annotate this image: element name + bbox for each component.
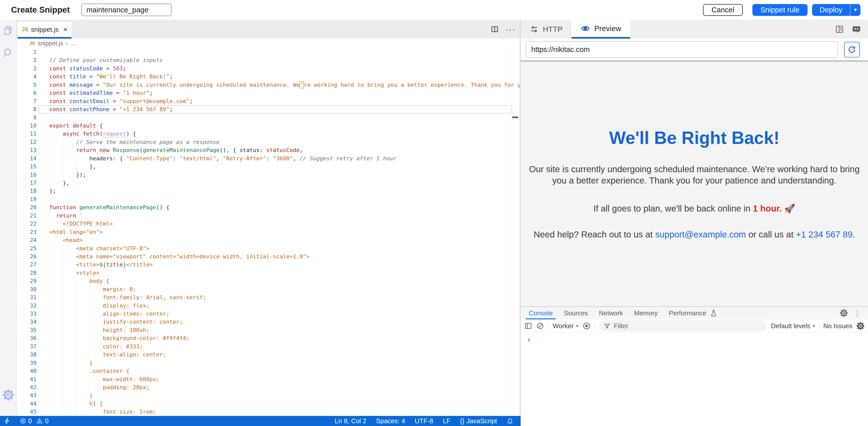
eol-setting[interactable]: LF	[443, 417, 451, 425]
code-line[interactable]: 8const contactPhone = "+1 234 567 89";	[17, 105, 520, 113]
console-filter-input[interactable]: Filter	[599, 320, 767, 332]
deploy-dropdown-button[interactable]: ▾	[850, 4, 861, 16]
devtools-menu-kebab-icon[interactable]: ⋮	[854, 309, 861, 317]
line-content: const message = "Our site is currently u…	[50, 81, 520, 89]
code-line[interactable]: 15 },	[17, 163, 520, 171]
code-line[interactable]: 4const title = "We'll Be Right Back!";	[17, 73, 520, 81]
search-icon[interactable]	[2, 47, 14, 59]
close-tab-icon[interactable]: ×	[63, 26, 68, 33]
code-line[interactable]: 19	[17, 195, 520, 203]
tab-preview[interactable]: Preview	[571, 20, 630, 38]
clear-console-icon[interactable]	[536, 322, 544, 330]
snippet-rule-button[interactable]: Snippet rule	[752, 4, 808, 16]
devtools-tab-performance[interactable]: Performance	[663, 307, 712, 319]
code-line[interactable]: 26 <meta name="viewport" content="width=…	[17, 253, 520, 261]
devtools-settings-gear-icon[interactable]	[840, 309, 848, 317]
code-line[interactable]: 44 h1 {	[17, 400, 520, 408]
code-line[interactable]: 34 justify-content: center;	[17, 318, 520, 326]
maintenance-page: We'll Be Right Back! Our site is current…	[527, 128, 862, 240]
code-line[interactable]: 45 font-size: 2rem;	[17, 408, 520, 416]
log-levels-selector[interactable]: Default levels ▾	[771, 322, 815, 330]
code-line[interactable]: 7const contactEmail = "support@example.c…	[17, 97, 520, 105]
docs-book-icon[interactable]	[835, 24, 844, 34]
code-line[interactable]: 33 align-items: center;	[17, 310, 520, 318]
code-line[interactable]: 2// Define your customizable inputs	[17, 56, 520, 64]
code-content[interactable]: 12// Define your customizable inputs3con…	[17, 48, 520, 416]
code-token: ,	[93, 163, 96, 170]
code-line[interactable]: 22 <!DOCTYPE html>	[17, 220, 520, 228]
code-line[interactable]: 12 // Serve the maintenance page as a re…	[17, 138, 520, 146]
snippet-name-input[interactable]	[81, 3, 172, 16]
discord-chat-icon[interactable]	[851, 24, 862, 34]
code-line[interactable]: 3const statusCode = 503;	[17, 64, 520, 73]
code-line[interactable]: 18};	[17, 187, 520, 195]
code-line[interactable]: 6const estimatedTime = "1 hour";	[17, 89, 520, 97]
code-line[interactable]: 23<html lang="en">	[17, 228, 520, 236]
code-line[interactable]: 25 <meta charset="UTF-8">	[17, 245, 520, 253]
code-line[interactable]: 31 font-family: Arial, sans-serif;	[17, 293, 520, 302]
indentation-setting[interactable]: Spaces: 4	[376, 417, 405, 425]
code-line[interactable]: 38 text-align: center;	[17, 351, 520, 359]
cursor-position[interactable]: Ln 8, Col 2	[335, 417, 367, 425]
tab-snippet-js[interactable]: JS snippet.js ×	[18, 22, 71, 38]
split-editor-icon[interactable]	[490, 25, 499, 33]
phone-link[interactable]: +1 234 567 89	[796, 229, 852, 239]
tab-http[interactable]: HTTP	[521, 20, 571, 38]
remote-indicator-icon[interactable]	[3, 417, 11, 425]
problems-indicator[interactable]: 0 0	[20, 417, 49, 425]
code-line[interactable]: 20function generateMaintenancePage() {	[17, 203, 520, 211]
code-line[interactable]: 5const message = "Our site is currently …	[17, 81, 520, 89]
refresh-button[interactable]	[844, 42, 860, 57]
code-line[interactable]: 17 },	[17, 179, 520, 187]
editor-scrollbar-mark[interactable]	[512, 116, 518, 118]
console-sidebar-toggle-icon[interactable]	[524, 322, 532, 330]
url-input[interactable]	[526, 41, 838, 58]
code-line[interactable]: 11 async fetch(request) {	[17, 130, 520, 138]
more-actions-icon[interactable]: ···	[505, 24, 516, 34]
code-line[interactable]: 27 <title>${title}</title>	[17, 261, 520, 269]
code-line[interactable]: 35 height: 100vh;	[17, 326, 520, 334]
breadcrumb-file[interactable]: snippet.js	[37, 40, 63, 47]
code-line[interactable]: 39 }	[17, 359, 520, 367]
settings-gear-icon[interactable]	[2, 389, 14, 401]
encoding-setting[interactable]: UTF-8	[414, 417, 433, 425]
devtools-tab-memory[interactable]: Memory	[628, 307, 663, 319]
language-mode[interactable]: {}JavaScript	[460, 417, 497, 425]
breadcrumb-symbol[interactable]: …	[70, 40, 76, 47]
files-icon[interactable]	[2, 25, 14, 36]
code-line[interactable]: 37 color: #333;	[17, 343, 520, 351]
code-line[interactable]: 24 <head>	[17, 236, 520, 244]
code-line[interactable]: 28 <style>	[17, 269, 520, 277]
code-line[interactable]: 30 margin: 0;	[17, 285, 520, 293]
devtools-tab-console[interactable]: Console	[523, 307, 558, 319]
line-content: };	[50, 187, 520, 195]
code-line[interactable]: 1	[17, 48, 520, 56]
context-selector[interactable]: Worker ▾	[553, 322, 578, 330]
code-token: ;	[123, 65, 126, 72]
live-expression-eye-icon[interactable]	[582, 322, 591, 330]
cancel-button[interactable]: Cancel	[703, 4, 743, 16]
console-settings-gear-icon[interactable]	[857, 322, 865, 330]
notifications-bell-icon[interactable]	[506, 418, 514, 425]
code-line[interactable]: 36 background-color: #f4f4f4;	[17, 334, 520, 342]
code-line[interactable]: 43 }	[17, 392, 520, 400]
code-line[interactable]: 21 return `	[17, 212, 520, 220]
devtools-tab-network[interactable]: Network	[593, 307, 628, 319]
support-email-link[interactable]: support@example.com	[655, 229, 746, 239]
code-line[interactable]: 40 .container {	[17, 367, 520, 375]
code-line[interactable]: 32 display: flex;	[17, 302, 520, 310]
code-line[interactable]: 42 padding: 20px;	[17, 384, 520, 392]
devtools-tab-sources[interactable]: Sources	[558, 307, 593, 319]
code-line[interactable]: 13 return new Response(generateMaintenan…	[17, 146, 520, 154]
deploy-button[interactable]: Deploy	[812, 4, 850, 16]
code-line[interactable]: 10export default {	[17, 122, 520, 130]
breadcrumb[interactable]: JS snippet.js › …	[17, 38, 520, 48]
code-line[interactable]: 16 });	[17, 171, 520, 179]
console-output[interactable]	[521, 333, 868, 344]
issues-counter[interactable]: No Issues	[823, 322, 852, 330]
code-line[interactable]: 41 max-width: 600px;	[17, 375, 520, 384]
code-line[interactable]: 14 headers: { "Content-Type": "text/html…	[17, 154, 520, 163]
code-line[interactable]: 29 body {	[17, 277, 520, 285]
code-line[interactable]: 9	[17, 114, 520, 122]
activity-bar	[0, 20, 17, 416]
